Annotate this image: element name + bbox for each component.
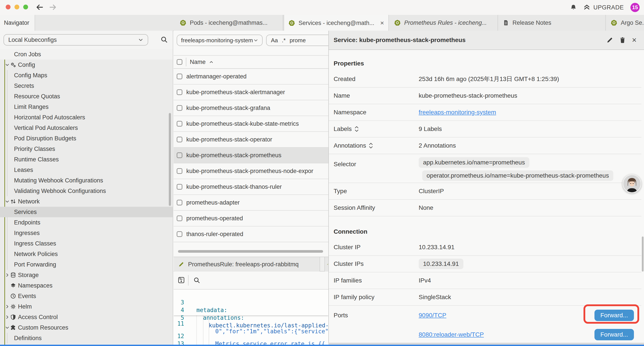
- sidebar-item[interactable]: Network Policies: [0, 249, 173, 259]
- tree-chevron-icon[interactable]: [5, 304, 10, 309]
- row-checkbox[interactable]: [177, 216, 182, 221]
- notifications-bell-icon[interactable]: [570, 4, 577, 11]
- editor-tab-partial[interactable]: [324, 257, 328, 272]
- minimize-window-button[interactable]: [14, 4, 19, 9]
- delete-trash-icon[interactable]: [619, 37, 626, 43]
- sidebar-item[interactable]: Ingress Classes: [0, 238, 173, 249]
- sidebar-item[interactable]: Port Forwarding: [0, 259, 173, 270]
- upgrade-button[interactable]: UPGRADE: [583, 4, 624, 11]
- row-checkbox[interactable]: [177, 168, 182, 174]
- namespace-link[interactable]: freeleaps-monitoring-system: [419, 109, 496, 116]
- sidebar-item[interactable]: Pod Disruption Budgets: [0, 133, 173, 144]
- forward-arrow-icon[interactable]: [49, 3, 56, 11]
- table-row[interactable]: kube-prometheus-stack-kube-state-metrics: [174, 116, 328, 132]
- row-checkbox[interactable]: [177, 74, 182, 79]
- row-checkbox[interactable]: [177, 184, 182, 190]
- update-count-badge[interactable]: 15: [630, 3, 640, 12]
- filter-search-input[interactable]: Aa .* prome: [266, 34, 328, 46]
- namespace-selector[interactable]: freeleaps-monitoring-system: [177, 34, 262, 46]
- tab-prometheus-rules[interactable]: Prometheus Rules - icecheng...: [390, 15, 498, 31]
- property-value[interactable]: 2 Annotations: [419, 142, 456, 149]
- row-checkbox[interactable]: [177, 231, 182, 237]
- property-value[interactable]: 9 Labels: [419, 125, 442, 132]
- tab-pods[interactable]: Pods - icecheng@mathmas...: [175, 15, 283, 31]
- tab-services[interactable]: Services - icecheng@math... ×: [284, 15, 389, 31]
- sidebar-item[interactable]: Namespaces: [0, 280, 173, 291]
- name-column-header[interactable]: Name: [190, 59, 206, 65]
- save-icon[interactable]: [178, 276, 185, 284]
- sidebar-item[interactable]: Limit Ranges: [0, 102, 173, 112]
- sidebar-item[interactable]: Services: [0, 207, 173, 217]
- sidebar-item[interactable]: Resource Quotas: [0, 91, 173, 102]
- row-checkbox[interactable]: [177, 121, 182, 127]
- yaml-editor[interactable]: 11 0","for":"1m","labels":{"service":" 3…: [174, 289, 328, 345]
- tab-argo[interactable]: Argo Se...: [606, 15, 644, 31]
- table-row[interactable]: kube-prometheus-stack-thanos-ruler: [174, 179, 328, 195]
- table-row[interactable]: alertmanager-operated: [174, 69, 328, 84]
- row-checkbox[interactable]: [177, 105, 182, 111]
- row-checkbox[interactable]: [177, 152, 182, 158]
- panel-bottom-scrollbar-track[interactable]: [328, 343, 644, 345]
- expand-collapse-icon[interactable]: [354, 126, 359, 132]
- match-case-toggle[interactable]: Aa: [271, 37, 278, 44]
- tree-chevron-icon[interactable]: [5, 62, 10, 67]
- detail-scrollbar[interactable]: [642, 237, 644, 272]
- kubeconfig-selector[interactable]: Local Kubeconfigs: [4, 34, 148, 45]
- row-checkbox[interactable]: [177, 200, 182, 205]
- table-row[interactable]: thanos-ruler-operated: [174, 226, 328, 242]
- regex-toggle[interactable]: .*: [282, 37, 286, 44]
- expand-collapse-icon[interactable]: [369, 143, 373, 148]
- table-row[interactable]: kube-prometheus-stack-grafana: [174, 100, 328, 116]
- tree-chevron-icon[interactable]: [5, 315, 10, 320]
- avatar[interactable]: [622, 174, 641, 193]
- row-checkbox[interactable]: [177, 89, 182, 95]
- sidebar-item[interactable]: Custom Resources: [0, 322, 173, 333]
- sidebar-item[interactable]: Events: [0, 291, 173, 301]
- close-window-button[interactable]: [6, 4, 10, 9]
- table-row[interactable]: kube-prometheus-stack-alertmanager: [174, 84, 328, 100]
- sidebar-item[interactable]: Runtime Classes: [0, 154, 173, 165]
- sidebar-item[interactable]: Mutating Webhook Configurations: [0, 175, 173, 186]
- maximize-window-button[interactable]: [23, 4, 28, 9]
- table-row[interactable]: kube-prometheus-stack-prometheus-node-ex…: [174, 163, 328, 179]
- tab-release-notes[interactable]: Release Notes: [498, 15, 606, 31]
- table-row[interactable]: prometheus-operated: [174, 211, 328, 226]
- select-all-checkbox[interactable]: [177, 59, 182, 65]
- back-arrow-icon[interactable]: [36, 3, 44, 11]
- tree-chevron-icon[interactable]: [5, 325, 10, 330]
- edit-pencil-icon[interactable]: [606, 37, 613, 43]
- forward-port-button[interactable]: Forward...: [594, 329, 634, 340]
- tree-chevron-icon[interactable]: [5, 199, 10, 204]
- sidebar-item[interactable]: Ingresses: [0, 228, 173, 238]
- sidebar-item[interactable]: Definitions: [0, 333, 173, 343]
- sidebar-item[interactable]: Config Maps: [0, 70, 173, 81]
- sidebar-item[interactable]: Access Control: [0, 312, 173, 322]
- sidebar-scrollbar[interactable]: [169, 113, 171, 206]
- table-row[interactable]: kube-prometheus-stack-prometheus: [174, 148, 328, 163]
- sidebar-item[interactable]: Vertical Pod Autoscalers: [0, 123, 173, 133]
- sidebar-item[interactable]: Config: [0, 59, 173, 70]
- close-tab-icon[interactable]: ×: [380, 20, 384, 26]
- tree-chevron-icon[interactable]: [5, 273, 10, 278]
- horizontal-scrollbar[interactable]: [178, 250, 323, 253]
- sidebar-item[interactable]: Endpoints: [0, 217, 173, 228]
- row-checkbox[interactable]: [177, 137, 182, 142]
- navigator-panel-tab[interactable]: Navigator: [0, 15, 35, 31]
- sort-ascending-icon[interactable]: [209, 60, 214, 64]
- sidebar-item[interactable]: Secrets: [0, 81, 173, 91]
- sidebar-search-icon[interactable]: [160, 36, 168, 43]
- table-row[interactable]: kube-prometheus-stack-operator: [174, 132, 328, 148]
- close-panel-icon[interactable]: ×: [632, 36, 636, 44]
- sidebar-item[interactable]: Priority Classes: [0, 144, 173, 154]
- sidebar-item[interactable]: Validating Webhook Configurations: [0, 186, 173, 196]
- port-link[interactable]: 9090/TCP: [419, 312, 446, 319]
- table-row[interactable]: prometheus-adapter: [174, 195, 328, 211]
- sidebar-item[interactable]: Network: [0, 196, 173, 207]
- sidebar-item[interactable]: Horizontal Pod Autoscalers: [0, 112, 173, 123]
- sidebar-item[interactable]: Leases: [0, 165, 173, 175]
- sidebar-item[interactable]: Helm: [0, 301, 173, 312]
- sidebar-item[interactable]: Cron Jobs: [0, 49, 173, 59]
- port-link[interactable]: 8080:reloader-web/TCP: [419, 331, 484, 338]
- prometheusrule-editor-tab[interactable]: PrometheusRule: freeleaps-prod-rabbitmq: [174, 257, 320, 272]
- sidebar-item[interactable]: Storage: [0, 270, 173, 280]
